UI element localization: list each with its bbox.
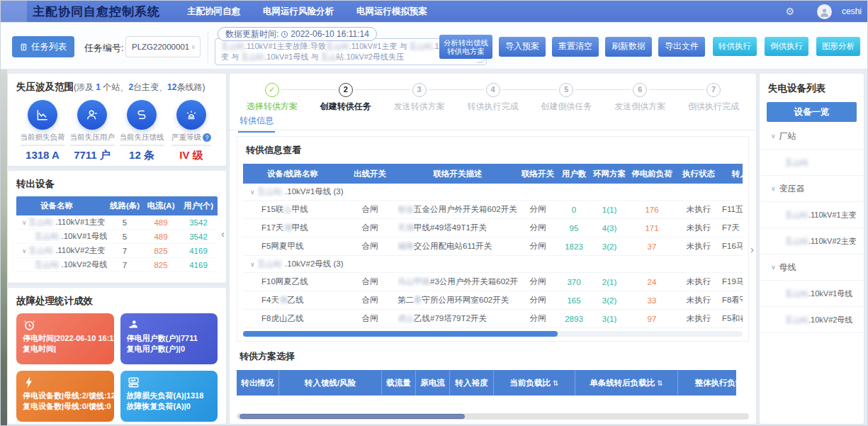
top-header: 主配协同自愈控制系统 主配协同自愈 电网运行风险分析 电网运行模拟预案 ⚙ ce… bbox=[1, 1, 867, 22]
tree-leaf-transformer2[interactable]: 五山站.110kV#2主变 bbox=[760, 228, 864, 254]
col-current: 电流(A) bbox=[142, 201, 179, 211]
tree-leaf-station[interactable]: 五山站 bbox=[760, 150, 864, 176]
alarm-lamp-icon bbox=[176, 100, 206, 130]
step-create-backfeed: 5 创建倒供任务 bbox=[529, 82, 603, 111]
divider bbox=[208, 31, 208, 62]
transfer-out-devices-table: 设备名称 线路(条) 电流(A) 用户(个) ∨五山站.110kV#1主变 5 … bbox=[16, 196, 218, 272]
scrollbar-thumb[interactable] bbox=[239, 414, 465, 419]
step-create-task: 2 创建转供任务 bbox=[309, 82, 383, 111]
col-ampacity: 载流量 bbox=[382, 370, 416, 396]
feeder-route-icon bbox=[127, 100, 157, 130]
lightning-icon bbox=[23, 376, 36, 389]
transfer-out-devices-card: 转出设备 设备名称 线路(条) 电流(A) 用户(个) ∨五山站.110kV#1… bbox=[8, 171, 226, 283]
group-row-bus1[interactable]: ∨ 五山站.10kV#1母线 (3) bbox=[243, 184, 743, 201]
tree-leaf-transformer1[interactable]: 五山站.110kV#1主变 bbox=[760, 202, 864, 228]
task-number-value: PLZG22000001 bbox=[132, 43, 191, 51]
reset-clear-button[interactable]: 重置清空 bbox=[552, 37, 599, 57]
export-file-button[interactable]: 导出文件 bbox=[658, 37, 705, 57]
table-row[interactable]: F17天湖甲线 合闸 天湖甲线#49塔49T1开关 分闸 95 4(3) 171… bbox=[243, 219, 743, 237]
step-send-plan: 3 发送转供方案 bbox=[383, 82, 456, 111]
transfer-info-section: 转供信息查看 设备/线路名称 出线开关 联络开关描述 联络开关 用户数 环网方案… bbox=[237, 136, 749, 342]
col-feeder-risk: 转入馈线/风险 bbox=[279, 370, 382, 396]
table-header: 设备名称 线路(条) 电流(A) 用户(个) bbox=[16, 196, 218, 215]
import-plan-button[interactable]: 导入预案 bbox=[499, 37, 546, 57]
col-overall-ratio[interactable]: 整体执行负载比⇅ bbox=[678, 370, 736, 396]
lost-load-card: 故障损失负荷(A)|1318 故障恢复负荷(A)|0 bbox=[120, 371, 218, 422]
gear-icon[interactable]: ⚙ bbox=[785, 6, 794, 17]
nav-item-risk-analysis[interactable]: 电网运行风险分析 bbox=[252, 1, 345, 22]
refresh-data-button[interactable]: 刷新数据 bbox=[605, 37, 652, 57]
transfer-info-title: 转供信息查看 bbox=[246, 144, 743, 157]
users-icon bbox=[127, 318, 140, 332]
scrollbar-thumb[interactable] bbox=[243, 331, 558, 337]
table-row[interactable]: F10网夏乙线 合闸 马山甲线#3公用户外开关箱602开关 分闸 370 2(1… bbox=[243, 273, 743, 291]
nav-item-simulation[interactable]: 电网运行模拟预案 bbox=[345, 1, 439, 22]
table-row[interactable]: F4天湖乙线 合闸 第二看守所公用环网室602开关 分闸 165 3(2) 33… bbox=[243, 291, 743, 310]
step-send-backfeed: 6 发送倒供方案 bbox=[603, 82, 677, 111]
analyze-transfer-plan-button[interactable]: 分析转出馈线 转供电方案 bbox=[439, 35, 492, 59]
step-transfer-done: 4 转供执行完成 bbox=[456, 82, 530, 111]
table-header: 设备/线路名称 出线开关 联络开关描述 联络开关 用户数 环网方案 停电前负荷 … bbox=[243, 164, 743, 184]
main-nav: 主配协同自愈 电网运行风险分析 电网运行模拟预案 bbox=[176, 1, 439, 22]
table-row[interactable]: F15联山甲线 合闸 创业五金公用户外开关箱602开关 分闸 0 1(1) 17… bbox=[243, 201, 743, 219]
table-row[interactable]: F5网夏甲线 合闸 城南交公用配电站611开关 分闸 1823 3(2) 37 … bbox=[243, 237, 743, 256]
task-number-select[interactable]: PLZG22000001 ∨ bbox=[125, 36, 201, 57]
collapse-right-icon[interactable]: › bbox=[750, 245, 754, 254]
col-lines: 线路(条) bbox=[107, 201, 142, 211]
stat-lost-feeders: 当前失压馈线 12 条 bbox=[117, 100, 167, 162]
app-window: 主配协同自愈控制系统 主配协同自愈 电网运行风险分析 电网运行模拟预案 ⚙ ce… bbox=[0, 0, 868, 426]
col-single-line-ratio[interactable]: 单条线转后负载比⇅ bbox=[575, 370, 678, 396]
tree-leaf-bus1[interactable]: 五山站.10kV#1母线 bbox=[760, 281, 864, 307]
header-right: ⚙ ceshi bbox=[785, 1, 862, 22]
tab-transfer-info[interactable]: 转供信息 bbox=[238, 112, 275, 133]
col-current-load-ratio[interactable]: 当前负载比⇅ bbox=[494, 370, 575, 396]
graph-analysis-button[interactable]: 图形分析 bbox=[816, 37, 860, 56]
avatar[interactable] bbox=[817, 4, 832, 19]
outage-users-card: 停电用户数(户)|7711 复电用户数(户)|0 bbox=[120, 313, 218, 364]
nav-item-self-healing[interactable]: 主配协同自愈 bbox=[176, 1, 252, 22]
caret-down-icon: ∨ bbox=[771, 264, 776, 271]
tree-group-bus[interactable]: ∨母线 bbox=[760, 254, 864, 281]
caret-down-icon: ∨ bbox=[771, 133, 776, 140]
outage-scope-title: 失压波及范围(涉及 1 个站、2台主变、12条线路) bbox=[16, 81, 218, 94]
fault-stats-card: 故障处理统计成效 停电时间|2022-06-10 16:11 复电时间| 停电用… bbox=[8, 288, 226, 424]
table-row[interactable]: 五山站.10kV#1母线 5 489 3542 bbox=[16, 230, 218, 244]
col-transfer-out: 转出情况 bbox=[237, 370, 279, 396]
task-list-button[interactable]: 任务列表 bbox=[12, 36, 74, 57]
caret-down-icon: ∨ bbox=[771, 185, 776, 192]
step-check-icon: ✓ bbox=[265, 83, 279, 97]
horizontal-scrollbar[interactable] bbox=[243, 331, 743, 337]
fault-stats-title: 故障处理统计成效 bbox=[16, 295, 218, 308]
bottom-horizontal-scrollbar[interactable] bbox=[237, 413, 749, 420]
app-title: 主配协同自愈控制系统 bbox=[33, 4, 160, 20]
outage-scope-card: 失压波及范围(涉及 1 个站、2台主变、12条线路) 当前损失负荷 1318 A… bbox=[8, 74, 226, 166]
col-device-name: 设备名称 bbox=[16, 201, 107, 211]
chevron-down-icon: ∨ bbox=[191, 43, 196, 50]
table-row[interactable]: 五山站.10kV#2母线 7 825 4169 bbox=[16, 258, 218, 272]
toolbar-buttons: 分析转出馈线 转供电方案 导入预案 重置清空 刷新数据 导出文件 转供执行 倒供… bbox=[433, 23, 860, 70]
sort-icon: ⇅ bbox=[657, 379, 663, 387]
tree-leaf-bus2[interactable]: 五山站.10kV#2母线 bbox=[760, 307, 864, 333]
group-row-bus2[interactable]: ∨ 五山站.10kV#2母线 (3) bbox=[243, 256, 743, 273]
stat-severity: 严重等级? IV 级 bbox=[167, 100, 216, 162]
caret-down-icon: ∨ bbox=[22, 219, 27, 226]
lost-power-devices-panel: 失电设备列表 设备一览 ∨厂站 五山站 ∨变压器 五山站.110kV#1主变 五… bbox=[760, 74, 864, 424]
collapse-left-icon[interactable]: ‹ bbox=[221, 229, 225, 239]
tab-bar: 转供信息 bbox=[230, 112, 756, 130]
tree-group-transformer[interactable]: ∨变压器 bbox=[760, 176, 864, 202]
user-icon bbox=[77, 100, 107, 130]
outage-time-card: 停电时间|2022-06-10 16:11 复电时间| bbox=[16, 313, 114, 364]
clock-icon bbox=[281, 30, 288, 38]
table-row[interactable]: ∨五山站.110kV#2主变 7 825 4169 bbox=[16, 244, 218, 258]
transfer-execute-button[interactable]: 转供执行 bbox=[713, 37, 757, 56]
tree-group-station[interactable]: ∨厂站 bbox=[760, 123, 864, 150]
process-stepper: ✓ 选择转供方案 2 创建转供任务 3 发送转供方案 4 转供执行完成 5 创建… bbox=[230, 74, 756, 111]
backfeed-execute-button[interactable]: 倒供执行 bbox=[765, 37, 808, 56]
table-row[interactable]: F8虎山乙线 合闸 虎山乙线#79塔79T2开关 分闸 2893 3(1) 97… bbox=[243, 310, 743, 328]
help-icon[interactable]: ? bbox=[203, 133, 211, 142]
device-tree: ∨厂站 五山站 ∨变压器 五山站.110kV#1主变 五山站.110kV#2主变… bbox=[760, 123, 864, 333]
table-row[interactable]: ∨五山站.110kV#1主变 5 489 3542 bbox=[16, 215, 218, 230]
caret-down-icon: ∨ bbox=[250, 189, 255, 196]
device-overview-header[interactable]: 设备一览 bbox=[767, 102, 857, 122]
lost-power-devices-title: 失电设备列表 bbox=[760, 81, 864, 102]
